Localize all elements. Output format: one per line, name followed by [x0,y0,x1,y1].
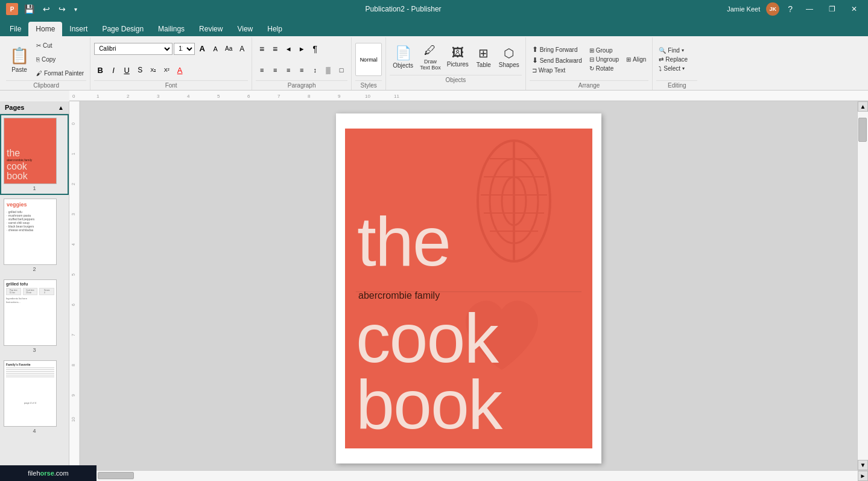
font-label: Font [94,80,248,90]
replace-button[interactable]: ⇄ Replace [656,56,690,63]
quick-redo[interactable]: ↪ [56,3,68,15]
vscroll-up-button[interactable]: ▲ [858,101,868,112]
subscript-button[interactable]: X₂ [147,65,159,75]
page-thumb-1[interactable]: the abercrombie family cook book 1 [0,114,69,195]
quick-save[interactable]: 💾 [22,3,37,15]
tab-view[interactable]: View [230,22,260,36]
clear-format-button[interactable]: A [236,43,248,54]
pictures-button[interactable]: 🖼 Pictures [445,39,471,75]
bring-forward-label: Bring Forward [540,46,578,53]
arrange-label: Arrange [530,80,649,90]
styles-label: Styles [355,80,382,90]
help-icon[interactable]: ? [785,3,795,15]
editing-group: 🔍 Find ▾ ⇄ Replace ⤵ Select ▾ Editing [653,37,701,90]
app-logo-icon: P [6,3,18,15]
hscroll-thumb[interactable] [98,472,134,479]
shrink-font-button[interactable]: A [209,43,221,54]
find-button[interactable]: 🔍 Find ▾ [656,46,690,54]
cut-button[interactable]: ✂ Cut [34,42,86,49]
decrease-indent-button[interactable]: ◄ [282,43,294,54]
horizontal-scrollbar: ◄ ► [69,470,868,481]
vscroll-thumb[interactable] [858,118,867,142]
thumb-4-page: page 4 of 4 [6,401,54,404]
align-right-button[interactable]: ≡ [282,65,294,75]
font-size-combo[interactable]: 11 [174,43,195,55]
page-num-3: 3 [4,347,65,353]
document-page[interactable]: the abercrombie family cook book [336,113,601,463]
rotate-button[interactable]: ↻ Rotate [587,65,621,72]
horizontal-ruler: 0 1 2 3 4 5 6 7 8 9 10 11 [69,91,868,101]
watermark: filehorse.com [0,465,97,481]
restore-button[interactable]: ❐ [824,4,840,14]
bring-forward-button[interactable]: ⬆ Bring Forward [530,45,584,54]
quick-customize[interactable]: ▾ [72,5,80,14]
table-button[interactable]: ⊞ Table [472,39,495,75]
align-left-button[interactable]: ≡ [256,65,268,75]
format-painter-button[interactable]: 🖌 Format Painter [34,69,86,77]
borders-button[interactable]: □ [335,65,347,75]
styles-panel-button[interactable]: 📄 Objects [390,39,416,75]
minimize-button[interactable]: — [801,4,818,14]
tab-insert[interactable]: Insert [62,22,95,36]
styles-panel-label: Objects [393,62,413,69]
page-thumb-2[interactable]: veggies · grilled tofu · mushroom pasta … [0,195,69,276]
tab-mailings[interactable]: Mailings [151,22,192,36]
vscroll-down-button[interactable]: ▼ [858,460,868,470]
send-backward-label: Send Backward [540,57,582,64]
pages-collapse-icon[interactable]: ▲ [58,104,64,111]
pages-panel: Pages ▲ the abercrombie family cook book… [0,101,69,470]
page-thumb-4[interactable]: Family's Favorite page 4 of 4 4 [0,357,69,438]
show-hide-button[interactable]: ¶ [309,43,321,54]
draw-textbox-button[interactable]: 🖊 DrawText Box [417,39,443,75]
arrange-group: ⬆ Bring Forward ⬇ Send Backward ⊐ Wrap T… [526,37,653,90]
change-case-button[interactable]: Aa [223,43,235,54]
clipboard-group: 📋 Paste ✂ Cut ⎘ Copy 🖌 Format Painter [2,37,90,90]
cover-text-cook: cook [356,304,498,373]
increase-indent-button[interactable]: ► [296,43,308,54]
wrap-text-button[interactable]: ⊐ Wrap Text [530,66,584,74]
tab-page-design[interactable]: Page Design [95,22,151,36]
superscript-button[interactable]: X² [160,65,173,75]
tab-file[interactable]: File [2,22,28,36]
styles-dropdown[interactable]: Normal [355,43,382,76]
page-thumb-3[interactable]: grilled tofu Prep time15 min Cook time20… [0,276,69,357]
close-button[interactable]: ✕ [846,4,862,14]
tab-home[interactable]: Home [28,22,62,36]
paste-button[interactable]: 📋 Paste [6,39,33,80]
draw-textbox-icon: 🖊 [424,43,436,57]
shading-button[interactable]: ▒ [322,65,334,75]
font-color-button[interactable]: A [174,65,186,75]
grow-font-button[interactable]: A [196,43,208,54]
strikethrough-button[interactable]: S [134,65,146,75]
page-thumb-img-1: the abercrombie family cook book [4,118,57,184]
group-icon: ⊞ [589,47,594,54]
user-avatar[interactable]: JK [766,2,779,16]
align-button[interactable]: ⊞ Align [624,56,648,63]
tab-help[interactable]: Help [260,22,290,36]
group-button[interactable]: ⊞ Group [587,46,621,54]
numbering-button[interactable]: ≡ [269,43,281,54]
paragraph-label: Paragraph [256,80,347,90]
bullets-button[interactable]: ≡ [256,43,268,54]
main-layout: Pages ▲ the abercrombie family cook book… [0,101,868,470]
svg-text:2: 2 [71,183,75,185]
line-spacing-button[interactable]: ↕ [309,65,321,75]
shapes-button[interactable]: ⬡ Shapes [496,39,522,75]
font-name-combo[interactable]: Calibri [94,43,173,55]
bold-button[interactable]: B [94,65,106,75]
select-button[interactable]: ⤵ Select ▾ [656,65,690,72]
select-icon: ⤵ [659,65,662,72]
svg-text:0: 0 [71,123,75,125]
thumb-4-title: Family's Favorite [6,363,54,366]
send-backward-button[interactable]: ⬇ Send Backward [530,56,584,65]
tab-review[interactable]: Review [192,22,230,36]
underline-button[interactable]: U [121,65,133,75]
align-center-button[interactable]: ≡ [269,65,281,75]
quick-undo[interactable]: ↩ [40,3,52,15]
ungroup-button[interactable]: ⊟ Ungroup [587,56,621,63]
italic-button[interactable]: I [107,65,119,75]
cover-text-the: the [357,207,450,276]
copy-button[interactable]: ⎘ Copy [34,56,86,63]
justify-button[interactable]: ≡ [296,65,308,75]
hscroll-right-button[interactable]: ► [858,471,868,481]
